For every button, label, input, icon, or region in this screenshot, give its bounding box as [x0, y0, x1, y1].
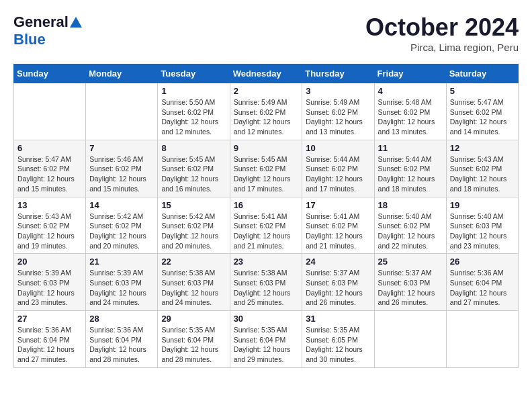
calendar-cell: 23Sunrise: 5:38 AMSunset: 6:03 PMDayligh… [230, 254, 302, 311]
day-info: Sunrise: 5:42 AMSunset: 6:02 PMDaylight:… [161, 212, 226, 251]
calendar-cell: 30Sunrise: 5:35 AMSunset: 6:04 PMDayligh… [230, 311, 302, 368]
day-number: 11 [378, 143, 443, 153]
day-number: 28 [89, 314, 154, 324]
col-tuesday: Tuesday [158, 64, 230, 83]
calendar-cell: 18Sunrise: 5:40 AMSunset: 6:02 PMDayligh… [374, 197, 446, 254]
calendar-cell: 3Sunrise: 5:49 AMSunset: 6:02 PMDaylight… [302, 83, 374, 140]
day-number: 30 [234, 314, 299, 324]
day-info: Sunrise: 5:43 AMSunset: 6:02 PMDaylight:… [450, 154, 515, 194]
calendar-cell: 19Sunrise: 5:40 AMSunset: 6:03 PMDayligh… [446, 197, 518, 254]
calendar-cell: 15Sunrise: 5:42 AMSunset: 6:02 PMDayligh… [158, 197, 230, 254]
calendar-cell: 31Sunrise: 5:35 AMSunset: 6:05 PMDayligh… [302, 311, 374, 368]
day-number: 12 [450, 143, 515, 153]
calendar-cell: 24Sunrise: 5:37 AMSunset: 6:03 PMDayligh… [302, 254, 374, 311]
day-number: 29 [161, 314, 226, 324]
day-info: Sunrise: 5:36 AMSunset: 6:04 PMDaylight:… [89, 325, 154, 365]
calendar-cell: 9Sunrise: 5:45 AMSunset: 6:02 PMDaylight… [230, 140, 302, 197]
calendar-cell: 1Sunrise: 5:50 AMSunset: 6:02 PMDaylight… [158, 83, 230, 140]
col-sunday: Sunday [14, 64, 86, 83]
title-block: October 2024 Pirca, Lima region, Peru [365, 13, 519, 53]
calendar-cell: 21Sunrise: 5:39 AMSunset: 6:03 PMDayligh… [86, 254, 158, 311]
day-number: 3 [306, 86, 370, 96]
calendar-cell: 29Sunrise: 5:35 AMSunset: 6:04 PMDayligh… [158, 311, 230, 368]
day-info: Sunrise: 5:45 AMSunset: 6:02 PMDaylight:… [234, 154, 299, 194]
day-info: Sunrise: 5:45 AMSunset: 6:02 PMDaylight:… [161, 154, 226, 194]
calendar-cell: 8Sunrise: 5:45 AMSunset: 6:02 PMDaylight… [158, 140, 230, 197]
logo-general-text: General [13, 13, 69, 31]
calendar-cell: 22Sunrise: 5:38 AMSunset: 6:03 PMDayligh… [158, 254, 230, 311]
day-number: 14 [89, 200, 154, 210]
day-number: 15 [161, 200, 226, 210]
day-info: Sunrise: 5:44 AMSunset: 6:02 PMDaylight:… [306, 154, 370, 194]
day-number: 19 [450, 200, 515, 210]
calendar-cell: 17Sunrise: 5:41 AMSunset: 6:02 PMDayligh… [302, 197, 374, 254]
calendar-cell [14, 83, 86, 140]
day-info: Sunrise: 5:35 AMSunset: 6:04 PMDaylight:… [234, 325, 299, 365]
calendar-cell: 25Sunrise: 5:37 AMSunset: 6:03 PMDayligh… [374, 254, 446, 311]
col-monday: Monday [86, 64, 158, 83]
day-info: Sunrise: 5:38 AMSunset: 6:03 PMDaylight:… [161, 268, 226, 308]
day-number: 21 [89, 257, 154, 267]
day-info: Sunrise: 5:40 AMSunset: 6:02 PMDaylight:… [378, 212, 443, 251]
calendar-week-3: 13Sunrise: 5:43 AMSunset: 6:02 PMDayligh… [14, 197, 519, 254]
day-info: Sunrise: 5:49 AMSunset: 6:02 PMDaylight:… [234, 97, 299, 137]
day-info: Sunrise: 5:39 AMSunset: 6:03 PMDaylight:… [17, 268, 82, 308]
day-number: 10 [306, 143, 370, 153]
calendar-cell [374, 311, 446, 368]
col-thursday: Thursday [302, 64, 374, 83]
day-info: Sunrise: 5:47 AMSunset: 6:02 PMDaylight:… [450, 97, 515, 137]
logo-blue-text: Blue [13, 31, 46, 48]
day-info: Sunrise: 5:49 AMSunset: 6:02 PMDaylight:… [306, 97, 370, 137]
calendar-week-2: 6Sunrise: 5:47 AMSunset: 6:02 PMDaylight… [14, 140, 519, 197]
day-number: 27 [17, 314, 82, 324]
header-row: Sunday Monday Tuesday Wednesday Thursday… [14, 64, 519, 83]
day-number: 4 [378, 86, 443, 96]
day-info: Sunrise: 5:36 AMSunset: 6:04 PMDaylight:… [17, 325, 82, 365]
calendar-week-4: 20Sunrise: 5:39 AMSunset: 6:03 PMDayligh… [14, 254, 519, 311]
calendar-cell: 10Sunrise: 5:44 AMSunset: 6:02 PMDayligh… [302, 140, 374, 197]
day-info: Sunrise: 5:43 AMSunset: 6:02 PMDaylight:… [17, 212, 82, 251]
calendar-cell [86, 83, 158, 140]
day-info: Sunrise: 5:42 AMSunset: 6:02 PMDaylight:… [89, 212, 154, 251]
day-number: 20 [17, 257, 82, 267]
day-number: 23 [234, 257, 299, 267]
month-title: October 2024 [365, 13, 519, 42]
location-subtitle: Pirca, Lima region, Peru [365, 42, 519, 53]
day-number: 7 [89, 143, 154, 153]
day-number: 31 [306, 314, 370, 324]
calendar-cell: 6Sunrise: 5:47 AMSunset: 6:02 PMDaylight… [14, 140, 86, 197]
calendar-cell: 14Sunrise: 5:42 AMSunset: 6:02 PMDayligh… [86, 197, 158, 254]
day-info: Sunrise: 5:44 AMSunset: 6:02 PMDaylight:… [378, 154, 443, 194]
day-number: 8 [161, 143, 226, 153]
calendar-cell: 7Sunrise: 5:46 AMSunset: 6:02 PMDaylight… [86, 140, 158, 197]
calendar-cell: 28Sunrise: 5:36 AMSunset: 6:04 PMDayligh… [86, 311, 158, 368]
calendar-cell: 16Sunrise: 5:41 AMSunset: 6:02 PMDayligh… [230, 197, 302, 254]
page-header: General Blue October 2024 Pirca, Lima re… [13, 13, 519, 53]
col-saturday: Saturday [446, 64, 518, 83]
day-info: Sunrise: 5:41 AMSunset: 6:02 PMDaylight:… [234, 212, 299, 251]
calendar-week-5: 27Sunrise: 5:36 AMSunset: 6:04 PMDayligh… [14, 311, 519, 368]
day-number: 24 [306, 257, 370, 267]
day-info: Sunrise: 5:47 AMSunset: 6:02 PMDaylight:… [17, 154, 82, 194]
day-info: Sunrise: 5:40 AMSunset: 6:03 PMDaylight:… [450, 212, 515, 251]
calendar-cell [446, 311, 518, 368]
day-number: 13 [17, 200, 82, 210]
calendar-cell: 26Sunrise: 5:36 AMSunset: 6:04 PMDayligh… [446, 254, 518, 311]
day-info: Sunrise: 5:37 AMSunset: 6:03 PMDaylight:… [306, 268, 370, 308]
calendar-cell: 12Sunrise: 5:43 AMSunset: 6:02 PMDayligh… [446, 140, 518, 197]
day-number: 9 [234, 143, 299, 153]
day-info: Sunrise: 5:50 AMSunset: 6:02 PMDaylight:… [161, 97, 226, 137]
day-number: 18 [378, 200, 443, 210]
day-info: Sunrise: 5:39 AMSunset: 6:03 PMDaylight:… [89, 268, 154, 308]
day-number: 22 [161, 257, 226, 267]
day-number: 5 [450, 86, 515, 96]
calendar-cell: 11Sunrise: 5:44 AMSunset: 6:02 PMDayligh… [374, 140, 446, 197]
calendar-week-1: 1Sunrise: 5:50 AMSunset: 6:02 PMDaylight… [14, 83, 519, 140]
day-info: Sunrise: 5:38 AMSunset: 6:03 PMDaylight:… [234, 268, 299, 308]
day-number: 1 [161, 86, 226, 96]
calendar-cell: 13Sunrise: 5:43 AMSunset: 6:02 PMDayligh… [14, 197, 86, 254]
col-friday: Friday [374, 64, 446, 83]
calendar-cell: 2Sunrise: 5:49 AMSunset: 6:02 PMDaylight… [230, 83, 302, 140]
col-wednesday: Wednesday [230, 64, 302, 83]
logo: General Blue [13, 13, 82, 48]
